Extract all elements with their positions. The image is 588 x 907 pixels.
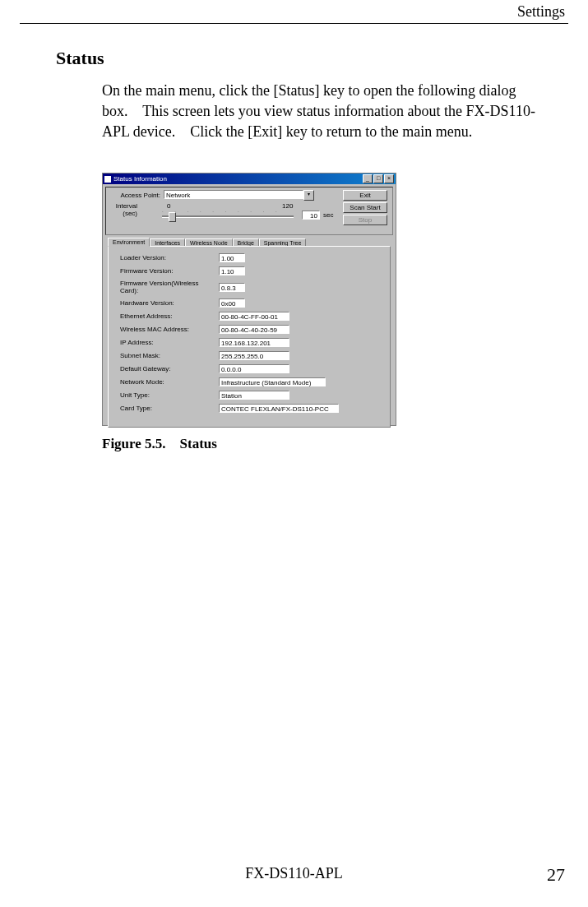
page-number: 27 — [547, 864, 565, 886]
status-dialog: Status Information _ □ × Access Point: N… — [102, 173, 396, 426]
maximize-button[interactable]: □ — [373, 174, 383, 183]
access-point-dropdown[interactable]: Network — [164, 190, 303, 199]
unit-type-value: Station — [219, 391, 289, 400]
scan-start-button[interactable]: Scan Start — [343, 202, 387, 213]
default-gateway-label: Default Gateway: — [120, 365, 219, 373]
card-type-label: Card Type: — [120, 405, 219, 412]
dialog-title: Status Information — [113, 175, 167, 183]
sec-label: sec — [323, 211, 333, 225]
tab-content-environment: Loader Version:1.00 Firmware Version:1.1… — [108, 246, 391, 428]
firmware-version-value: 1.10 — [219, 266, 245, 275]
tab-environment[interactable]: Environment — [108, 238, 150, 247]
header-section-label: Settings — [517, 3, 565, 21]
interval-label-2: (sec) — [109, 210, 137, 217]
firmware-version-label: Firmware Version: — [120, 267, 219, 275]
interval-slider[interactable]: 0 120 · · · · · · · · · · · · · — [162, 204, 302, 220]
app-icon — [104, 176, 111, 183]
close-button[interactable]: × — [384, 174, 394, 183]
ethernet-address-value: 00-80-4C-FF-00-01 — [219, 312, 289, 321]
ip-address-value: 192.168.132.201 — [219, 338, 289, 347]
default-gateway-value: 0.0.0.0 — [219, 364, 289, 373]
firmware-wireless-value: 0.8.3 — [219, 283, 245, 292]
network-mode-label: Network Mode: — [120, 378, 219, 386]
network-mode-value: Infrastructure (Standard Mode) — [219, 377, 326, 386]
ethernet-address-label: Ethernet Address: — [120, 312, 219, 320]
top-panel: Access Point: Network ▾ Exit Interval (s… — [105, 187, 393, 235]
footer-device-name: FX-DS110-APL — [0, 865, 588, 882]
body-paragraph: On the main menu, click the [Status] key… — [102, 81, 559, 143]
chevron-down-icon[interactable]: ▾ — [303, 190, 314, 201]
loader-version-label: Loader Version: — [120, 254, 219, 261]
minimize-button[interactable]: _ — [363, 174, 373, 183]
titlebar: Status Information _ □ × — [103, 174, 396, 184]
wireless-mac-value: 00-80-4C-40-20-59 — [219, 325, 289, 334]
hardware-version-label: Hardware Version: — [120, 299, 219, 307]
card-type-value: CONTEC FLEXLAN/FX-DS110-PCC — [219, 404, 339, 413]
subnet-mask-label: Subnet Mask: — [120, 352, 219, 359]
section-title: Status — [56, 48, 104, 69]
loader-version-value: 1.00 — [219, 253, 245, 262]
unit-type-label: Unit Type: — [120, 391, 219, 399]
exit-button[interactable]: Exit — [343, 190, 387, 201]
figure-caption: Figure 5.5. Status — [102, 436, 217, 452]
access-point-label: Access Point: — [109, 192, 164, 199]
wireless-mac-label: Wireless MAC Address: — [120, 326, 219, 333]
header-divider — [20, 23, 568, 24]
firmware-wireless-label: Firmware Version(Wireless Card): — [120, 280, 219, 294]
hardware-version-value: 0x00 — [219, 298, 245, 308]
interval-label-1: Interval — [109, 202, 137, 210]
interval-value-field[interactable]: 10 — [302, 211, 320, 220]
stop-button[interactable]: Stop — [343, 215, 387, 225]
ip-address-label: IP Address: — [120, 339, 219, 346]
subnet-mask-value: 255.255.255.0 — [219, 351, 289, 360]
